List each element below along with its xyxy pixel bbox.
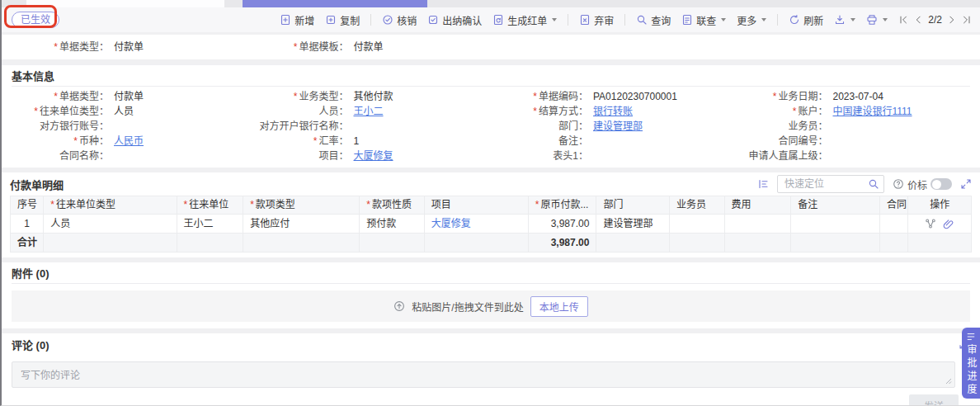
refresh-button[interactable]: 刷新: [789, 13, 823, 27]
attachments-section: 附件 (0) 粘贴图片/拖拽文件到此处 本地上传: [2, 262, 980, 328]
active-tab[interactable]: [243, 0, 427, 7]
payment-detail-table: 序号 *往来单位类型 *往来单位 *款项类型 *款项性质 项目 *原币付款...…: [10, 196, 972, 253]
field-doc-type: *单据类型：付款单: [12, 89, 252, 104]
field-department: 部门：建设管理部: [491, 119, 731, 134]
approval-flow-icon: [966, 332, 976, 342]
field-opponent-bank-account: 对方银行账号：: [12, 119, 252, 134]
pagination: 2/2: [898, 14, 972, 26]
attachment-icon[interactable]: [943, 218, 954, 229]
field-header1: 表头1：: [491, 149, 731, 163]
attachments-title: 附件 (0): [12, 265, 49, 281]
generate-red-order-button[interactable]: 生成红单: [492, 13, 557, 27]
prev-page-icon[interactable]: [913, 15, 923, 25]
toolbar-separator: [777, 14, 778, 26]
field-contract-code: 合同编号：: [731, 134, 971, 149]
field-contract-name: 合同名称：: [12, 149, 252, 163]
linked-query-button[interactable]: 联查: [681, 13, 726, 27]
comments-section: 评论 (0) 发送: [2, 333, 980, 406]
toolbar-separator: [568, 14, 568, 26]
comment-input[interactable]: [12, 361, 955, 388]
basic-info-section: 基本信息 *单据类型：付款单 *业务类型：其他付款 *单据编码：PA012023…: [2, 65, 980, 168]
chevron-down-icon: [721, 18, 726, 21]
printer-icon: [866, 14, 878, 26]
detail-title: 付款单明细: [10, 177, 64, 192]
copy-button[interactable]: 复制: [325, 13, 360, 27]
doc-type-row: *单据类型： 付款单 *单据模板： 付款单: [2, 35, 980, 59]
field-doc-type: *单据类型： 付款单: [12, 40, 252, 54]
field-project: 项目：大厦修复: [252, 149, 492, 163]
field-applicant-supervisor: 申请人直属上级：: [731, 149, 971, 163]
field-currency: *币种：人民币: [12, 134, 252, 149]
upload-hint: 粘贴图片/拖拽文件到此处: [412, 300, 523, 314]
doc-x-icon: [579, 14, 591, 26]
more-button[interactable]: 更多: [737, 13, 766, 27]
doc-refresh-icon: [492, 14, 504, 26]
toolbar: 新增 复制 核销 出纳确认 生成红单 弃审 查询: [280, 13, 972, 27]
field-settlement-method: *结算方式：银行转账: [491, 104, 731, 119]
field-business-type: *业务类型：其他付款: [252, 89, 492, 104]
price-toggle[interactable]: [931, 178, 952, 190]
flow-icon[interactable]: [925, 218, 936, 229]
field-doc-template: *单据模板： 付款单: [252, 40, 492, 54]
send-button[interactable]: 发送: [909, 394, 959, 406]
price-toggle-label: 价标: [907, 177, 927, 191]
toolbar-separator: [370, 14, 371, 26]
checkbox-check-icon: [427, 14, 439, 26]
chevron-down-icon: [883, 18, 888, 21]
print-button[interactable]: [866, 14, 888, 26]
copy-plus-icon: [325, 14, 337, 26]
field-business-date: *业务日期：2023-07-04: [731, 89, 971, 104]
download-button[interactable]: [834, 14, 855, 26]
search-icon: [636, 14, 648, 26]
download-icon: [834, 14, 846, 26]
refresh-icon: [789, 14, 800, 26]
field-doc-code: *单据编码：PA0120230700001: [491, 89, 731, 104]
toolbar-separator: [624, 14, 625, 26]
query-button[interactable]: 查询: [636, 13, 671, 27]
expand-icon[interactable]: [960, 178, 972, 190]
badge-check-icon: [382, 14, 393, 26]
field-counterparty-type: *往来单位类型：人员: [12, 104, 252, 119]
upload-circle-icon: [393, 300, 405, 312]
local-upload-button[interactable]: 本地上传: [530, 296, 588, 317]
upload-dropzone[interactable]: 粘贴图片/拖拽文件到此处 本地上传: [12, 290, 970, 322]
table-header-row: 序号 *往来单位类型 *往来单位 *款项类型 *款项性质 项目 *原币付款...…: [11, 196, 972, 215]
status-toolbar-row: 已生效 新增 复制 核销 出纳确认 生成红单 弃审: [2, 7, 980, 32]
field-salesperson: 业务员：: [731, 119, 971, 134]
approval-progress-label: 审批进度: [965, 344, 977, 397]
chevron-down-icon: [552, 18, 557, 21]
column-settings-icon[interactable]: [757, 178, 769, 190]
row-project-link[interactable]: 大厦修复: [431, 218, 471, 229]
browser-tab-strip: [2, 0, 980, 7]
payment-detail-section: 付款单明细 价标 序号 *往来单位类型 *往来单位 *款项类型: [2, 172, 980, 257]
search-icon[interactable]: [868, 178, 879, 190]
chevron-down-icon: [850, 18, 855, 21]
doc-lines-icon: [681, 14, 693, 26]
field-person: 人员：王小二: [252, 104, 492, 119]
resize-grip[interactable]: [945, 378, 952, 385]
last-page-icon[interactable]: [962, 15, 972, 25]
doc-plus-icon: [280, 14, 291, 26]
cashier-confirm-button[interactable]: 出纳确认: [427, 13, 482, 27]
add-button[interactable]: 新增: [280, 13, 314, 27]
field-account: *账户：中国建设银行1111: [731, 104, 971, 119]
first-page-icon[interactable]: [898, 15, 908, 25]
help-icon[interactable]: [893, 178, 904, 190]
field-exchange-rate: *汇率：1: [252, 134, 492, 149]
table-total-row: 合计 3,987.00: [11, 234, 972, 253]
quick-locate-search: [777, 175, 884, 193]
field-remark: 备注：: [491, 134, 731, 149]
approval-progress-tab[interactable]: 审批进度: [962, 328, 980, 399]
basic-info-title: 基本信息: [12, 68, 54, 83]
verify-button[interactable]: 核销: [382, 13, 417, 27]
chevron-down-icon: [761, 18, 766, 21]
status-badge: 已生效: [12, 12, 59, 28]
inactive-tab[interactable]: [26, 0, 224, 7]
table-row: 1 人员 王小二 其他应付 预付款 大厦修复 3,987.00 建设管理部: [11, 215, 972, 234]
comments-title: 评论 (0): [12, 337, 49, 352]
field-opponent-bank-name: 对方开户银行名称：: [252, 119, 492, 134]
abandon-approval-button[interactable]: 弃审: [579, 13, 614, 27]
page-indicator: 2/2: [928, 14, 942, 26]
next-page-icon[interactable]: [947, 15, 957, 25]
